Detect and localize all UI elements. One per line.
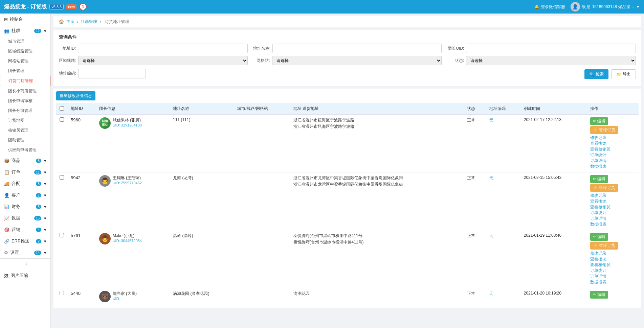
chevron-settings-icon: ▾ [44, 250, 46, 255]
address-id-input[interactable] [78, 44, 248, 53]
address-name-input[interactable] [272, 44, 442, 53]
leader-uid-3: UID: [113, 297, 137, 301]
area-route-select[interactable]: 请选择 [78, 56, 247, 65]
sidebar-item-settings[interactable]: ⚙ 设置 14 ▾ [0, 247, 50, 258]
action-link-2-2[interactable]: 修改记录 [590, 251, 606, 256]
sidebar-item-goods[interactable]: 📦 商品 8 ▾ [0, 155, 50, 166]
sidebar-item-leader[interactable]: 团长管理 [0, 66, 50, 76]
sidebar-item-marketing[interactable]: 🎯 营销 4 ▾ [0, 224, 50, 235]
pause-button-2[interactable]: ⚡ 暂停订货 [590, 242, 618, 250]
notification-bell[interactable]: 🔔 登录微信客服 [534, 4, 565, 10]
settings-badge: 14 [34, 251, 41, 255]
action-link-0-7[interactable]: 数据报表 [590, 164, 606, 169]
sidebar-item-label-settings: 设置 [10, 250, 19, 256]
td-address-name-3: 滴湖花园 (滴湖花园) [170, 288, 234, 305]
edit-button-1[interactable]: ✏ 编辑 [590, 175, 608, 183]
action-link-0-6[interactable]: 订单详情 [590, 158, 606, 164]
select-all-checkbox[interactable] [60, 106, 64, 111]
sidebar-item-image[interactable]: 🖼 图片压缩 [0, 270, 50, 281]
leader-uid-label: 团长UID: [447, 46, 464, 51]
td-address-name-2: 温岭 (温岭) [170, 230, 234, 288]
batch-edit-button[interactable]: 批量修改营业信息 [56, 91, 95, 100]
action-link-0-5[interactable]: 订单统计 [590, 152, 606, 158]
sidebar-collapse-btn[interactable]: 〈 [0, 258, 50, 270]
search-form-title: 查询条件 [59, 34, 636, 40]
action-link-2-7[interactable]: 数据报表 [590, 279, 606, 285]
avatar-person: 👨 [99, 175, 111, 187]
row-checkbox-1[interactable] [60, 175, 64, 180]
sidebar-item-apply-review[interactable]: 团长申请审核 [0, 96, 50, 106]
address-code-input[interactable] [78, 69, 146, 78]
td-city-route-1 [234, 172, 290, 230]
sidebar-item-supplier[interactable]: 供应商申请管理 [0, 145, 50, 155]
chevron-customer-icon: ▾ [44, 193, 46, 198]
action-link-0-2[interactable]: 修改记录 [590, 135, 606, 141]
action-link-1-6[interactable]: 订单详情 [590, 216, 606, 221]
network-station-select[interactable]: 请选择 [272, 56, 442, 65]
th-leader-info: 团长信息 [96, 103, 170, 115]
app-title: 爆品接龙 - 订货版 [4, 3, 47, 10]
td-address-code-3: 无 [486, 288, 520, 305]
leader-uid-input[interactable] [466, 44, 636, 53]
sidebar-item-city[interactable]: 城市管理 [0, 37, 50, 46]
address-code-link-3[interactable]: 无 [489, 291, 493, 296]
sidebar-item-match[interactable]: 🚚 合配 8 ▾ [0, 178, 50, 189]
sidebar-item-area-route[interactable]: 区域线路管理 [0, 46, 50, 56]
sidebar-item-customer[interactable]: 👤 客户 1 ▾ [0, 189, 50, 201]
action-link-1-2[interactable]: 修改记录 [590, 193, 606, 198]
edit-button-2[interactable]: ✏ 编辑 [590, 233, 608, 241]
action-link-0-3[interactable]: 查看接龙 [590, 141, 606, 146]
action-link-2-6[interactable]: 订单详情 [590, 274, 606, 279]
sidebar-item-assistant[interactable]: 团助管理 [0, 135, 50, 145]
action-link-1-7[interactable]: 数据报表 [590, 221, 606, 227]
action-link-1-5[interactable]: 订单统计 [590, 210, 606, 216]
th-address-code: 地址编码 [486, 103, 520, 115]
action-link-2-5[interactable]: 订单统计 [590, 268, 606, 274]
form-item-area-route: 区域线路: 请选择 [59, 56, 248, 65]
row-checkbox-0[interactable] [60, 117, 64, 122]
row-checkbox-2[interactable] [60, 233, 64, 237]
sidebar-item-leader-group[interactable]: 团长分组管理 [0, 106, 50, 116]
row-checkbox-3[interactable] [60, 291, 64, 295]
data-icon: 📈 [4, 216, 9, 221]
action-link-2-4[interactable]: 查看核销员 [590, 262, 610, 268]
export-button[interactable]: 📁 导出 [611, 69, 636, 79]
sidebar-item-data[interactable]: 📈 数据 15 ▾ [0, 212, 50, 224]
address-code-link-2[interactable]: 无 [489, 233, 493, 238]
sidebar-item-mini-store[interactable]: 团长小商店管理 [0, 86, 50, 96]
address-code-link-1[interactable]: 无 [489, 175, 493, 180]
action-link-2-3[interactable]: 查看接龙 [590, 256, 606, 262]
action-link-0-4[interactable]: 查看核销员 [590, 146, 610, 152]
breadcrumb-sep1: › [77, 19, 80, 24]
user-menu[interactable]: 👤 欢迎 15189963148-爆品接... ▼ [571, 2, 640, 11]
chevron-goods-icon: ▾ [44, 158, 46, 163]
sidebar-item-verifier[interactable]: 核销员管理 [0, 125, 50, 135]
action-link-1-3[interactable]: 查看接龙 [590, 198, 606, 204]
sidebar-item-order-map[interactable]: 订货地图 [0, 116, 50, 125]
search-button[interactable]: 🔍 检索 [584, 69, 608, 79]
leader-uid-0: UID: 3191284138 [113, 123, 142, 127]
chevron-data-icon: ▾ [44, 216, 46, 221]
sidebar-item-console[interactable]: ⊞ 控制台 [0, 14, 50, 25]
pause-button-0[interactable]: ⚡ 暂停订货 [590, 126, 618, 134]
address-code-link-0[interactable]: 无 [489, 118, 493, 122]
td-status-2: 正常 [464, 230, 486, 288]
table-header-row: 地址ID 团长信息 地址名称 城市/线路/网格站 地址 送货地址 状态 地址编码… [56, 103, 639, 115]
action-link-1-4[interactable]: 查看核销员 [590, 204, 610, 210]
edit-button-3[interactable]: ✏ 编辑 [590, 291, 608, 299]
chevron-finance-icon: ▾ [44, 204, 46, 209]
sidebar-item-finance[interactable]: 📊 财务 5 ▾ [0, 201, 50, 212]
sidebar-item-store[interactable]: 订货门店管理 [0, 76, 50, 86]
status-label: 状态: [447, 58, 464, 64]
sidebar-item-erp[interactable]: 🔗 ERP推送 2 ▾ [0, 235, 50, 247]
breadcrumb-home[interactable]: 主页 [66, 19, 74, 24]
breadcrumb-parent[interactable]: 社群管理 [81, 19, 97, 24]
edit-button-0[interactable]: ✏ 编辑 [590, 117, 608, 125]
sidebar-item-order[interactable]: 📋 订单 11 ▾ [0, 166, 50, 178]
pause-button-1[interactable]: ⚡ 暂停订货 [590, 184, 618, 192]
settings-icon: ⚙ [4, 250, 8, 255]
sidebar-item-grid[interactable]: 网格站管理 [0, 56, 50, 66]
td-address-code-0: 无 [486, 115, 520, 172]
sidebar-item-community[interactable]: 👥 社群 12 ▾ [0, 25, 50, 37]
status-select[interactable]: 请选择 [466, 56, 636, 65]
